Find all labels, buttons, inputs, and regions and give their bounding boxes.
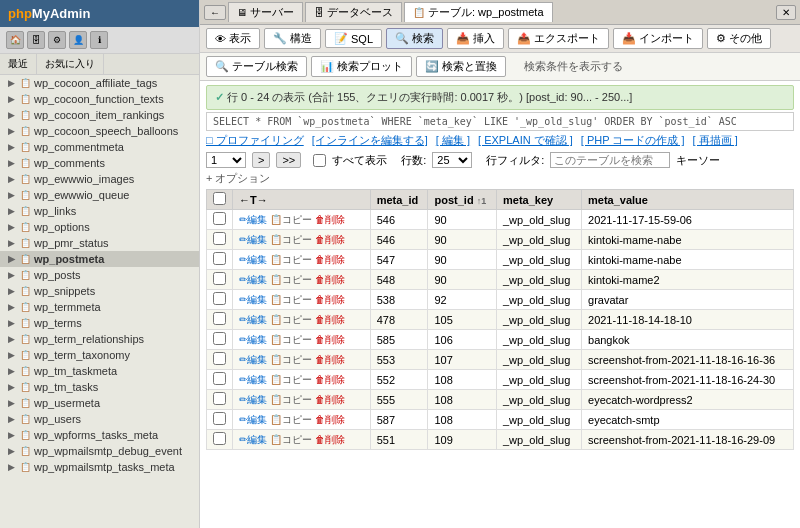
sidebar-item-wp_comments[interactable]: ▶📋wp_comments: [0, 155, 199, 171]
toolbar-btn-browse[interactable]: 👁表示: [206, 28, 260, 49]
nav-back-button[interactable]: ←: [204, 5, 226, 20]
action-link-5[interactable]: [ 再描画 ]: [693, 133, 738, 148]
show-all-checkbox[interactable]: [313, 154, 326, 167]
col-arrow[interactable]: ←T→: [233, 190, 371, 210]
copy-button[interactable]: 📋コピー: [270, 374, 312, 385]
delete-button[interactable]: 🗑削除: [315, 214, 345, 225]
sidebar-item-wp_wpmailsmtp_tasks_meta[interactable]: ▶📋wp_wpmailsmtp_tasks_meta: [0, 459, 199, 475]
nav-close-button[interactable]: ✕: [776, 5, 796, 20]
toolbar-btn-import[interactable]: 📥インポート: [613, 28, 703, 49]
toolbar-btn-sql[interactable]: 📝SQL: [325, 29, 382, 48]
nav-tab-table[interactable]: 📋テーブル: wp_postmeta: [404, 2, 553, 22]
sidebar-home-icon[interactable]: 🏠: [6, 31, 24, 49]
row-checkbox[interactable]: [213, 252, 226, 265]
sidebar-item-wp_term_relationships[interactable]: ▶📋wp_term_relationships: [0, 331, 199, 347]
delete-button[interactable]: 🗑削除: [315, 394, 345, 405]
sidebar-item-wp_snippets[interactable]: ▶📋wp_snippets: [0, 283, 199, 299]
sidebar-info-icon[interactable]: ℹ: [90, 31, 108, 49]
col-meta-key[interactable]: meta_key: [496, 190, 581, 210]
row-checkbox[interactable]: [213, 272, 226, 285]
tab-recent[interactable]: 最近: [0, 54, 37, 74]
sidebar-user-icon[interactable]: 👤: [69, 31, 87, 49]
nav-tab-database[interactable]: 🗄データベース: [305, 2, 402, 22]
search-btn-table-search[interactable]: 🔍テーブル検索: [206, 56, 307, 77]
sidebar-item-wp_term_taxonomy[interactable]: ▶📋wp_term_taxonomy: [0, 347, 199, 363]
delete-button[interactable]: 🗑削除: [315, 334, 345, 345]
sidebar-item-wp_postmeta[interactable]: ▶📋wp_postmeta: [0, 251, 199, 267]
delete-button[interactable]: 🗑削除: [315, 274, 345, 285]
copy-button[interactable]: 📋コピー: [270, 434, 312, 445]
sidebar-item-wp_pmr_status[interactable]: ▶📋wp_pmr_status: [0, 235, 199, 251]
copy-button[interactable]: 📋コピー: [270, 294, 312, 305]
delete-button[interactable]: 🗑削除: [315, 314, 345, 325]
copy-button[interactable]: 📋コピー: [270, 234, 312, 245]
search-btn-search-plot[interactable]: 📊検索プロット: [311, 56, 412, 77]
page-select[interactable]: 1: [206, 152, 246, 168]
col-meta-value[interactable]: meta_value: [582, 190, 794, 210]
sidebar-db-icon[interactable]: 🗄: [27, 31, 45, 49]
sidebar-item-wp_wpmailsmtp_debug_event[interactable]: ▶📋wp_wpmailsmtp_debug_event: [0, 443, 199, 459]
sidebar-item-wp_wpforms_tasks_meta[interactable]: ▶📋wp_wpforms_tasks_meta: [0, 427, 199, 443]
row-checkbox[interactable]: [213, 372, 226, 385]
toolbar-btn-export[interactable]: 📤エクスポート: [508, 28, 609, 49]
delete-button[interactable]: 🗑削除: [315, 294, 345, 305]
sidebar-item-wp_tm_tasks[interactable]: ▶📋wp_tm_tasks: [0, 379, 199, 395]
copy-button[interactable]: 📋コピー: [270, 354, 312, 365]
sidebar-settings-icon[interactable]: ⚙: [48, 31, 66, 49]
copy-button[interactable]: 📋コピー: [270, 394, 312, 405]
col-meta-id[interactable]: meta_id: [370, 190, 428, 210]
sidebar-item-wp_usermeta[interactable]: ▶📋wp_usermeta: [0, 395, 199, 411]
select-all-checkbox[interactable]: [213, 192, 226, 205]
copy-button[interactable]: 📋コピー: [270, 274, 312, 285]
sidebar-item-wp_cocoon_item_rankings[interactable]: ▶📋wp_cocoon_item_rankings: [0, 107, 199, 123]
edit-button[interactable]: ✏編集: [239, 274, 267, 285]
row-filter-input[interactable]: [550, 152, 670, 168]
delete-button[interactable]: 🗑削除: [315, 254, 345, 265]
sidebar-item-wp_commentmeta[interactable]: ▶📋wp_commentmeta: [0, 139, 199, 155]
copy-button[interactable]: 📋コピー: [270, 414, 312, 425]
edit-button[interactable]: ✏編集: [239, 414, 267, 425]
delete-button[interactable]: 🗑削除: [315, 374, 345, 385]
row-checkbox[interactable]: [213, 392, 226, 405]
edit-button[interactable]: ✏編集: [239, 334, 267, 345]
sidebar-item-wp_posts[interactable]: ▶📋wp_posts: [0, 267, 199, 283]
delete-button[interactable]: 🗑削除: [315, 234, 345, 245]
action-link-4[interactable]: [ PHP コードの作成 ]: [581, 133, 685, 148]
search-options-toggle[interactable]: 検索条件を表示する: [518, 57, 629, 76]
action-link-2[interactable]: [ 編集 ]: [436, 133, 470, 148]
sidebar-item-wp_cocoon_speech_balloons[interactable]: ▶📋wp_cocoon_speech_balloons: [0, 123, 199, 139]
tab-favorites[interactable]: お気に入り: [37, 54, 104, 74]
page-next-button[interactable]: >: [252, 152, 270, 168]
action-link-3[interactable]: [ EXPLAIN で確認 ]: [478, 133, 573, 148]
sidebar-item-wp_cocoon_function_texts[interactable]: ▶📋wp_cocoon_function_texts: [0, 91, 199, 107]
row-checkbox[interactable]: [213, 292, 226, 305]
copy-button[interactable]: 📋コピー: [270, 214, 312, 225]
action-link-0[interactable]: □ プロファイリング: [206, 133, 304, 148]
row-count-select[interactable]: 25: [432, 152, 472, 168]
page-last-button[interactable]: >>: [276, 152, 301, 168]
sidebar-item-wp_links[interactable]: ▶📋wp_links: [0, 203, 199, 219]
nav-tab-server[interactable]: 🖥サーバー: [228, 2, 303, 22]
row-checkbox[interactable]: [213, 212, 226, 225]
edit-button[interactable]: ✏編集: [239, 214, 267, 225]
toolbar-btn-insert[interactable]: 📥挿入: [447, 28, 504, 49]
edit-button[interactable]: ✏編集: [239, 354, 267, 365]
copy-button[interactable]: 📋コピー: [270, 334, 312, 345]
options-toggle[interactable]: + オプション: [206, 171, 794, 186]
search-btn-find-replace[interactable]: 🔄検索と置換: [416, 56, 506, 77]
row-checkbox[interactable]: [213, 332, 226, 345]
sidebar-item-wp_cocoon_affiliate_tags[interactable]: ▶📋wp_cocoon_affiliate_tags: [0, 75, 199, 91]
sidebar-item-wp_ewwwio_queue[interactable]: ▶📋wp_ewwwio_queue: [0, 187, 199, 203]
sidebar-item-wp_users[interactable]: ▶📋wp_users: [0, 411, 199, 427]
edit-button[interactable]: ✏編集: [239, 234, 267, 245]
delete-button[interactable]: 🗑削除: [315, 414, 345, 425]
copy-button[interactable]: 📋コピー: [270, 314, 312, 325]
edit-button[interactable]: ✏編集: [239, 394, 267, 405]
delete-button[interactable]: 🗑削除: [315, 354, 345, 365]
toolbar-btn-search[interactable]: 🔍検索: [386, 28, 443, 49]
sidebar-item-wp_terms[interactable]: ▶📋wp_terms: [0, 315, 199, 331]
copy-button[interactable]: 📋コピー: [270, 254, 312, 265]
row-checkbox[interactable]: [213, 232, 226, 245]
edit-button[interactable]: ✏編集: [239, 374, 267, 385]
row-checkbox[interactable]: [213, 352, 226, 365]
